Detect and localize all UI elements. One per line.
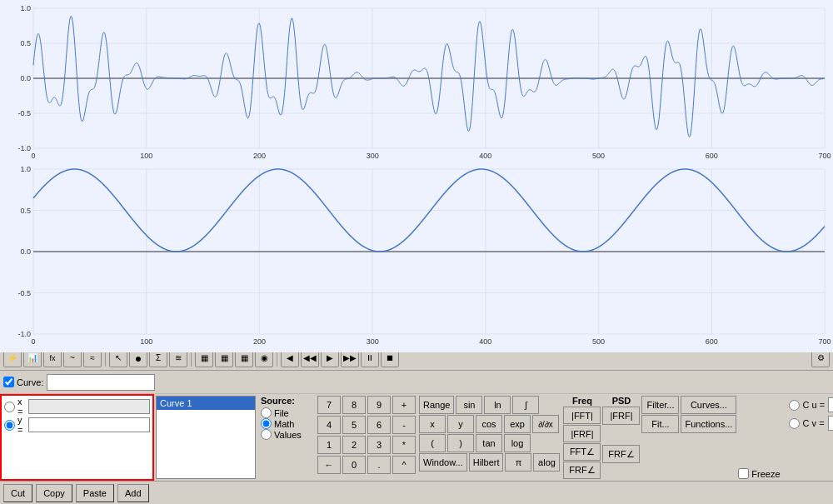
- psd-label: PSD: [602, 396, 640, 406]
- curve-checkbox-label[interactable]: Curve:: [3, 377, 43, 387]
- formula-x-radio[interactable]: [4, 402, 15, 412]
- freq-frf-angle-btn[interactable]: FRF∠: [563, 462, 601, 479]
- formula-y-radio[interactable]: [4, 420, 15, 431]
- numpad: 7 8 9 + 4 5 6 - 1 2 3 * ← 0 . ^: [316, 394, 417, 481]
- filter-panel: Filter... Fit...: [641, 396, 679, 479]
- func-panel: Range sin ln ∫ x y cos exp ∂/∂x ( ) tan …: [417, 394, 561, 481]
- action-bar: Cut Copy Paste Add: [0, 481, 833, 504]
- cut-button[interactable]: Cut: [3, 484, 32, 502]
- source-math-row: Math: [261, 418, 312, 429]
- cv-radio[interactable]: [789, 418, 800, 429]
- freeze-label[interactable]: Freeze: [738, 468, 780, 479]
- formula-y-label: y =: [17, 415, 26, 435]
- freq-fft-angle-btn[interactable]: FFT∠: [563, 443, 601, 461]
- func-paren-close[interactable]: ): [447, 434, 474, 452]
- freeze-panel: Freeze: [738, 396, 780, 479]
- cv-row: C v =: [789, 416, 833, 431]
- func-range[interactable]: Range: [419, 396, 454, 414]
- func-exp[interactable]: exp: [504, 415, 531, 433]
- source-math-radio[interactable]: [261, 418, 272, 429]
- source-file-label: File: [274, 408, 289, 418]
- func-sin[interactable]: sin: [456, 396, 482, 414]
- curves-panel: Curves... Functions...: [681, 396, 736, 479]
- func-log[interactable]: log: [504, 434, 531, 452]
- source-panel: Source: File Math Values: [257, 394, 316, 481]
- formula-x-input[interactable]: p4w1c1.x: [28, 399, 150, 414]
- copy-button[interactable]: Copy: [36, 484, 72, 502]
- func-y[interactable]: y: [447, 415, 474, 433]
- psd-btn1[interactable]: |FRF|: [602, 407, 640, 425]
- freq-frf-btn[interactable]: |FRF|: [563, 425, 601, 442]
- numpad-0[interactable]: 0: [342, 456, 366, 474]
- source-math-label: Math: [274, 419, 294, 429]
- numpad-8[interactable]: 8: [342, 396, 366, 414]
- source-values-radio[interactable]: [261, 429, 272, 440]
- freeze-checkbox[interactable]: [738, 468, 749, 479]
- cv-input[interactable]: [828, 416, 833, 431]
- func-tan[interactable]: tan: [476, 434, 502, 452]
- main-container: ⚡ 📊 fx ~ ≈ ↖ ● Σ ≋ ▦ ▦ ▦ ◉ ◀ ◀◀ ▶ ▶▶ ⏸ ⏹…: [0, 0, 833, 504]
- func-pi[interactable]: π: [505, 453, 531, 472]
- func-integral[interactable]: ∫: [512, 396, 539, 414]
- func-hilbert[interactable]: Hilbert: [469, 453, 504, 472]
- numpad-9[interactable]: 9: [367, 396, 391, 414]
- apply-area: C u = C v = Apply: [782, 394, 833, 481]
- numpad-dot[interactable]: .: [367, 456, 391, 474]
- curve-label-text: Curve:: [17, 377, 43, 387]
- numpad-7[interactable]: 7: [317, 396, 341, 414]
- numpad-1[interactable]: 1: [317, 436, 341, 454]
- cu-radio[interactable]: [789, 400, 800, 411]
- func-row-1: Range sin ln ∫: [419, 396, 560, 414]
- func-row-2: x y cos exp ∂/∂x: [419, 415, 560, 433]
- add-button[interactable]: Add: [117, 484, 149, 502]
- func-row-3: ( ) tan log: [419, 434, 560, 452]
- curve-list-item-1[interactable]: Curve 1: [157, 397, 255, 410]
- func-ln[interactable]: ln: [484, 396, 511, 414]
- freq-fft-btn[interactable]: |FFT|: [563, 407, 601, 424]
- cu-label: C u =: [803, 400, 826, 410]
- cv-label: C v =: [803, 418, 825, 428]
- cu-input[interactable]: [828, 397, 833, 412]
- numpad-4[interactable]: 4: [317, 416, 341, 434]
- filter-btn[interactable]: Filter...: [641, 396, 679, 414]
- curves-btn[interactable]: Curves...: [681, 396, 736, 414]
- source-values-label: Values: [274, 430, 302, 440]
- curve-list: Curve 1: [156, 396, 256, 479]
- numpad-6[interactable]: 6: [367, 416, 391, 434]
- fit-btn[interactable]: Fit...: [641, 415, 679, 433]
- right-panels-area: Freq |FFT| |FRF| FFT∠ FRF∠ PSD |FRF| FRF…: [561, 394, 781, 481]
- numpad-2[interactable]: 2: [342, 436, 366, 454]
- bottom-chart-canvas: [0, 161, 833, 352]
- func-partial[interactable]: ∂/∂x: [532, 415, 559, 433]
- numpad-backspace[interactable]: ←: [317, 456, 341, 474]
- formula-panel: x = p4w1c1.x y = Hilbert(p4w1c1.y): [0, 394, 154, 481]
- func-x[interactable]: x: [419, 415, 446, 433]
- source-title: Source:: [261, 396, 312, 406]
- source-file-radio[interactable]: [261, 407, 272, 418]
- psd-btn3[interactable]: FRF∠: [602, 445, 640, 463]
- numpad-minus[interactable]: -: [392, 416, 416, 434]
- top-chart-canvas: [0, 0, 833, 167]
- curve-name-input[interactable]: Curve 1: [47, 374, 155, 391]
- func-alog[interactable]: alog: [533, 453, 560, 472]
- freeze-text: Freeze: [751, 469, 780, 479]
- func-paren-open[interactable]: (: [419, 434, 446, 452]
- source-file-row: File: [261, 407, 312, 418]
- numpad-multiply[interactable]: *: [392, 436, 416, 454]
- formula-y-input[interactable]: Hilbert(p4w1c1.y): [28, 417, 150, 432]
- numpad-caret[interactable]: ^: [392, 456, 416, 474]
- func-cos[interactable]: cos: [476, 415, 502, 433]
- functions-btn[interactable]: Functions...: [681, 415, 736, 433]
- formula-x-row: x = p4w1c1.x: [4, 398, 150, 415]
- chart-bottom: [0, 161, 833, 346]
- curve-checkbox[interactable]: [3, 377, 14, 387]
- main-content-row: x = p4w1c1.x y = Hilbert(p4w1c1.y) Curve…: [0, 394, 833, 481]
- numpad-plus[interactable]: +: [392, 396, 416, 414]
- paste-button[interactable]: Paste: [76, 484, 114, 502]
- chart-top: [0, 0, 833, 161]
- numpad-3[interactable]: 3: [367, 436, 391, 454]
- func-window[interactable]: Window...: [419, 453, 467, 472]
- numpad-5[interactable]: 5: [342, 416, 366, 434]
- formula-y-row: y = Hilbert(p4w1c1.y): [4, 417, 150, 433]
- cu-row: C u =: [789, 397, 833, 412]
